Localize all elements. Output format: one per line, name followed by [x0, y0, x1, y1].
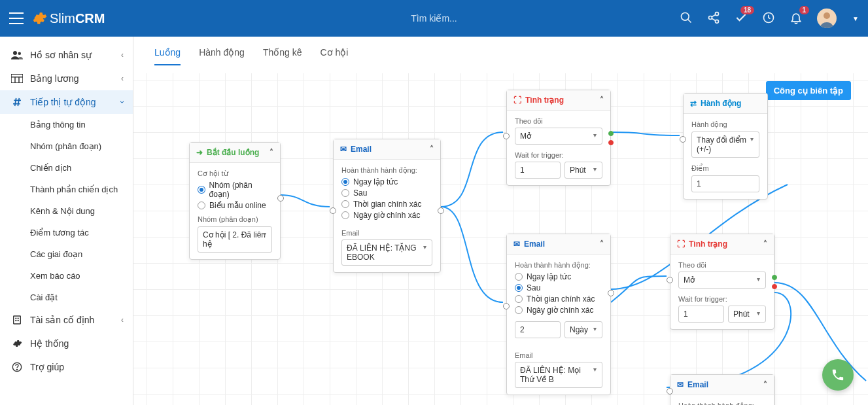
action-select[interactable]: Thay đổi điểm (+/-) — [691, 132, 759, 158]
svg-point-2 — [716, 12, 719, 15]
gear-icon — [9, 338, 25, 349]
search-placeholder[interactable]: Tìm kiếm... — [411, 13, 457, 24]
sidebar-item-system[interactable]: Hệ thống — [0, 332, 133, 355]
editor-tools-button[interactable]: Công cụ biên tập — [766, 81, 851, 100]
bell-icon[interactable]: 1 — [790, 11, 803, 26]
svg-line-6 — [712, 18, 716, 20]
sub-components[interactable]: Thành phần chiến dịch — [0, 179, 133, 200]
brand-suffix: CRM — [75, 11, 105, 26]
svg-point-4 — [716, 20, 719, 23]
email-icon: ✉ — [340, 145, 347, 154]
segment-label: Nhóm (phân đoạn) — [198, 215, 272, 224]
bell-badge: 1 — [799, 6, 810, 14]
complete-label: Hoàn thành hành động: — [515, 261, 602, 270]
collapse-icon[interactable]: ˄ — [600, 96, 604, 105]
node-email-1[interactable]: ✉Email˄ Hoàn thành hành động: Ngay lập t… — [333, 139, 441, 273]
collapse-icon[interactable]: ˄ — [430, 145, 434, 154]
track-select[interactable]: Mở — [678, 272, 766, 289]
wait-num[interactable]: 1 — [678, 306, 724, 323]
brand-prefix: Slim — [50, 11, 75, 26]
point-input[interactable]: 1 — [691, 175, 759, 192]
node-email-2[interactable]: ✉Email˄ Hoàn thành hành động: Ngay lập t… — [506, 234, 611, 395]
svg-line-1 — [688, 19, 691, 22]
tab-opportunity[interactable]: Cơ hội — [320, 47, 348, 65]
node-email-3[interactable]: ✉Email˄ Hoàn thành hành động: — [670, 374, 774, 405]
node-action[interactable]: ⇄Hành động Hành động Thay đổi điểm (+/-)… — [683, 93, 768, 200]
segment-select[interactable]: Cơ hội [ 2. Đã liên hệ — [198, 226, 272, 253]
tab-flow[interactable]: Luồng — [154, 47, 181, 65]
sub-dashboard[interactable]: Bảng thông tin — [0, 114, 133, 135]
radio-after[interactable]: Sau — [515, 283, 602, 292]
chevron-down-icon: › — [118, 101, 127, 103]
email-label: Email — [341, 229, 432, 237]
complete-label: Hoàn thành hành động: — [678, 402, 766, 405]
sidebar-label: Hệ thống — [30, 338, 69, 349]
check-icon[interactable]: 18 — [735, 11, 748, 26]
node-start[interactable]: ➜Bắt đầu luồng˄ Cơ hội từ Nhóm (phân đoạ… — [189, 142, 281, 260]
opp-from-label: Cơ hội từ — [198, 169, 272, 178]
menu-toggle[interactable] — [9, 12, 24, 24]
flow-canvas[interactable]: Công cụ biên tập ➜Bắt đầu luồng˄ Cơ hội … — [133, 73, 868, 405]
track-select[interactable]: Mở — [515, 128, 602, 145]
email-select[interactable]: ĐÃ LIÊN HỆ: TẶNG EBOOK — [341, 239, 432, 266]
sub-points[interactable]: Điểm tương tác — [0, 222, 133, 243]
sidebar-label: Trợ giúp — [30, 362, 64, 372]
node-title: Hành động — [701, 99, 741, 108]
wait-label: Wait for trigger: — [515, 151, 602, 159]
radio-segment[interactable]: Nhóm (phân đoạn) — [198, 181, 272, 199]
radio-form[interactable]: Biểu mẫu online — [198, 201, 272, 210]
sub-campaigns[interactable]: Chiến dịch — [0, 157, 133, 179]
sidebar-item-marketing[interactable]: Tiếp thị tự động › — [0, 90, 133, 114]
sub-channels[interactable]: Kênh & Nội dung — [0, 200, 133, 222]
sidebar-item-help[interactable]: Trợ giúp — [0, 355, 133, 379]
collapse-icon[interactable]: ˄ — [269, 148, 273, 157]
chevron-left-icon: ‹ — [121, 50, 124, 60]
help-icon — [9, 362, 25, 372]
call-fab[interactable] — [822, 359, 854, 391]
sub-stages[interactable]: Các giai đoạn — [0, 243, 133, 265]
sidebar-item-assets[interactable]: Tài sản cố định ‹ — [0, 308, 133, 332]
sub-reports[interactable]: Xem báo cáo — [0, 265, 133, 287]
gear-logo-icon — [31, 10, 47, 26]
sidebar-item-payroll[interactable]: Bảng lương ‹ — [0, 67, 133, 90]
share-icon[interactable] — [707, 11, 720, 26]
chevron-left-icon: ‹ — [121, 74, 124, 83]
track-label: Theo dõi — [515, 117, 602, 125]
radio-exact-time[interactable]: Thời gian chính xác — [515, 294, 602, 304]
node-status-1[interactable]: ⛶Tình trạng˄ Theo dõi Mở Wait for trigge… — [506, 90, 611, 186]
collapse-icon[interactable]: ˄ — [600, 239, 604, 249]
search-icon[interactable] — [680, 11, 693, 26]
collapse-icon[interactable]: ˄ — [763, 239, 767, 249]
brand-logo[interactable]: SlimCRM — [31, 10, 105, 26]
wait-unit[interactable]: Phút — [564, 162, 602, 179]
collapse-icon[interactable]: ˄ — [763, 380, 767, 389]
track-label: Theo dõi — [678, 261, 766, 269]
sub-segments[interactable]: Nhóm (phân đoạn) — [0, 135, 133, 157]
wait-unit[interactable]: Phút — [728, 306, 766, 323]
avatar[interactable] — [817, 9, 837, 28]
delay-num[interactable]: 2 — [515, 321, 561, 338]
radio-after[interactable]: Sau — [341, 188, 432, 198]
tab-stats[interactable]: Thống kê — [263, 47, 302, 65]
radio-immediate[interactable]: Ngay lập tức — [341, 177, 432, 186]
radio-exact-time[interactable]: Thời gian chính xác — [341, 200, 432, 209]
sub-settings[interactable]: Cài đặt — [0, 287, 133, 308]
delay-unit[interactable]: Ngày — [564, 321, 602, 338]
node-title: Bắt đầu luồng — [207, 148, 259, 157]
user-menu-caret[interactable]: ▼ — [852, 15, 859, 22]
radio-exact-date[interactable]: Ngày giờ chính xác — [341, 211, 432, 220]
clock-icon[interactable] — [762, 11, 775, 26]
table-icon — [9, 74, 25, 83]
expand-icon: ⛶ — [513, 96, 521, 105]
topbar-actions: 18 1 ▼ — [680, 9, 859, 28]
node-status-2[interactable]: ⛶Tình trạng˄ Theo dõi Mở Wait for trigge… — [670, 234, 774, 330]
radio-exact-date[interactable]: Ngày giờ chính xác — [515, 306, 602, 315]
tab-actions[interactable]: Hành động — [199, 47, 245, 65]
wait-num[interactable]: 1 — [515, 162, 561, 179]
svg-rect-19 — [14, 316, 21, 324]
users-icon — [9, 50, 25, 60]
sidebar-label: Tiếp thị tự động — [30, 97, 96, 107]
email-select[interactable]: ĐÃ LIÊN HỆ: Mọi Thứ Về B — [515, 362, 602, 388]
sidebar-item-hr[interactable]: Hồ sơ nhân sự ‹ — [0, 43, 133, 67]
radio-immediate[interactable]: Ngay lập tức — [515, 272, 602, 281]
